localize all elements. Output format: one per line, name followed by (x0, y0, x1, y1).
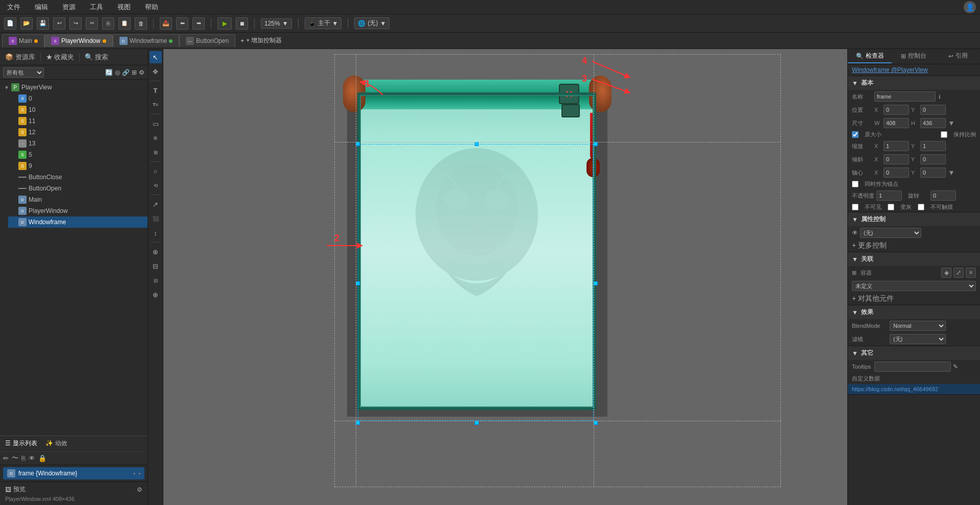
size-h-input[interactable] (920, 118, 946, 128)
locate-icon[interactable]: ◎ (115, 69, 120, 76)
handle-tr[interactable] (594, 142, 598, 146)
tree-item-9[interactable]: ▶ S 9 (8, 160, 148, 172)
rel-expand-icon[interactable]: ⤢ (953, 268, 964, 278)
pivot-expand-icon[interactable]: ▼ (948, 169, 955, 177)
basic-header[interactable]: ▼ 基本 (848, 76, 980, 90)
tree-item-playerwindow[interactable]: ▶ D PlayerWindow (8, 205, 148, 217)
rotation-input[interactable] (930, 190, 956, 201)
tree-item-0[interactable]: ▶ 0 0 (8, 93, 148, 104)
copy-btn[interactable]: ⎘ (102, 17, 114, 30)
language-control[interactable]: 🌐 (无) ▼ (354, 17, 389, 29)
pivot-x-input[interactable] (884, 167, 909, 178)
resize-tool-btn[interactable]: ↕ (150, 227, 162, 239)
add2-tool-btn[interactable]: ⊕ (150, 288, 162, 301)
add-others-btn[interactable]: + 对其他元件 (852, 294, 894, 303)
subtract-tool-btn[interactable]: ⊟ (150, 260, 162, 272)
handle-ml[interactable] (356, 281, 360, 285)
grayed-checkbox[interactable] (888, 204, 894, 210)
zoom-control[interactable]: 125% ▼ (261, 18, 292, 29)
tree-item-main[interactable]: ▶ D Main (8, 194, 148, 205)
asset-lib-btn[interactable]: 📦 资源库 (3, 52, 37, 63)
invisible-checkbox[interactable] (852, 204, 859, 210)
import-btn[interactable]: ➡ (192, 17, 205, 30)
size-w-input[interactable] (884, 118, 909, 128)
layout-icon[interactable]: ⊞ (132, 69, 137, 76)
grid2-tool-btn[interactable]: ⊟ (150, 274, 162, 286)
favorites-btn[interactable]: ★ 收藏夹 (44, 52, 77, 63)
tree-item-13[interactable]: ▶ · 13 (8, 138, 148, 149)
open-file-btn[interactable]: 📂 (20, 17, 33, 30)
tree-item-11[interactable]: ▶ S 11 (8, 115, 148, 127)
redo-btn[interactable]: ↪ (69, 17, 82, 30)
pos-y-input[interactable] (920, 105, 946, 115)
tree-item-playerview[interactable]: ▼ P PlayerView (0, 82, 148, 93)
layer-lock-icon[interactable]: 🔒 (38, 454, 46, 462)
grid-tool-btn[interactable]: ⊞ (150, 146, 162, 158)
size-expand-icon[interactable]: ▼ (948, 119, 955, 127)
layer-pencil-icon[interactable]: ✏ (3, 454, 9, 462)
tab-windowframe[interactable]: D Windowframe (113, 34, 179, 47)
handle-tc[interactable] (475, 142, 479, 146)
anchor-sync-checkbox[interactable] (852, 181, 859, 187)
relation-header[interactable]: ▼ 关联 (848, 252, 980, 266)
handle-tl[interactable] (356, 142, 360, 146)
prop-control-header[interactable]: ▼ 属性控制 (848, 212, 980, 226)
touch-disabled-checkbox[interactable] (918, 204, 924, 210)
tree-item-12[interactable]: ▶ S 12 (8, 127, 148, 138)
refresh-icon[interactable]: 🔄 (105, 69, 113, 76)
custom-data-link[interactable]: https://blog.csdn.net/qq_46649692 (852, 386, 938, 392)
anim-tab[interactable]: ✨ 动效 (45, 439, 67, 448)
search-btn[interactable]: 🔍 搜索 (83, 52, 110, 63)
arrow-tool-btn[interactable]: ↗ (150, 198, 162, 210)
scale-x-input[interactable] (884, 141, 909, 151)
handle-br[interactable] (594, 421, 598, 425)
publish-btn[interactable]: 📤 (160, 17, 172, 30)
menu-help[interactable]: 帮助 (142, 2, 161, 13)
move-tool-btn[interactable]: ✥ (150, 65, 162, 78)
play-btn[interactable]: ▶ (217, 17, 232, 30)
layer-copy-icon[interactable]: ⎘ (21, 454, 26, 462)
circle-tool-btn[interactable]: ○ (150, 165, 162, 177)
menu-assets[interactable]: 资源 (59, 2, 79, 13)
pivot-y-input[interactable] (920, 167, 946, 178)
list-tool-btn[interactable]: ≡ (150, 132, 162, 144)
select-tool-btn[interactable]: ↖ (150, 51, 162, 63)
handle-mr[interactable] (594, 281, 598, 285)
rel-anchor-icon[interactable]: ◈ (941, 268, 951, 278)
link-tool-btn[interactable]: ⟲ (150, 179, 162, 191)
name-input[interactable] (874, 91, 936, 102)
menu-view[interactable]: 视图 (114, 2, 134, 13)
add-more-btn[interactable]: + 更多控制 (852, 241, 887, 250)
scale-y-input[interactable] (920, 141, 946, 151)
display-list-tab[interactable]: ☰ 显示列表 (5, 439, 37, 448)
layer-wave-icon[interactable]: 〜 (12, 453, 18, 463)
preview-settings-icon[interactable]: ⚙ (137, 486, 142, 493)
container-select[interactable]: 未定义 (852, 281, 976, 291)
frame-item[interactable]: D frame {Windowframe} • • (3, 467, 144, 479)
tree-item-windowframe[interactable]: ▶ D Windowframe (8, 217, 148, 228)
cut-btn[interactable]: ✂ (86, 17, 98, 30)
tab-playerwindow[interactable]: S PlayerWindow (44, 34, 113, 47)
save-btn[interactable]: 💾 (37, 17, 49, 30)
other-header[interactable]: ▼ 其它 (848, 346, 980, 360)
keep-ratio-checkbox[interactable] (941, 131, 947, 138)
layer-visible-icon[interactable]: 👁 (29, 454, 35, 462)
tree-item-buttonopen[interactable]: ▶ ButtonOpen (8, 183, 148, 194)
effect-header[interactable]: ▼ 效果 (848, 305, 980, 319)
fill-tool-btn[interactable]: ⬛ (150, 212, 162, 225)
richtext-tool-btn[interactable]: T≡ (150, 99, 162, 111)
add-tool-btn[interactable]: ⊕ (150, 246, 162, 258)
opacity-input[interactable] (876, 190, 902, 201)
text-tool-btn[interactable]: T (150, 84, 162, 97)
settings-icon[interactable]: ⚙ (139, 69, 144, 76)
tooltips-expand-icon[interactable]: ✎ (953, 363, 958, 370)
pos-x-input[interactable] (884, 105, 909, 115)
package-select[interactable]: 所有包 (3, 67, 44, 78)
export-btn[interactable]: ⬅ (176, 17, 188, 30)
tab-main[interactable]: S Main (2, 34, 44, 47)
undo-btn[interactable]: ↩ (53, 17, 65, 30)
add-controller-btn[interactable]: + + 增加控制器 (235, 34, 287, 47)
reference-tab[interactable]: ↩ 引用 (936, 50, 980, 63)
platform-control[interactable]: 📱 主干 ▼ (305, 17, 342, 29)
rel-close-icon[interactable]: × (966, 268, 976, 278)
